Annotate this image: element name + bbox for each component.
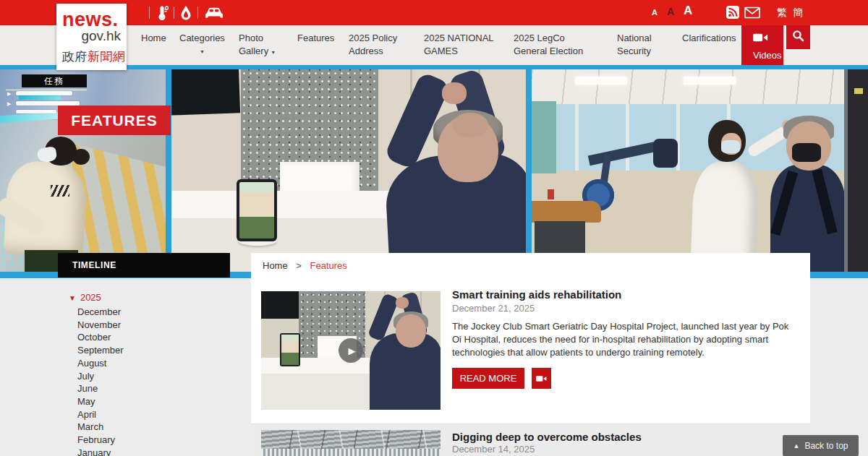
site-logo[interactable]: news. gov.hk 政府新聞網 bbox=[56, 4, 127, 70]
chevron-down-icon: ▼ bbox=[179, 46, 225, 59]
page-title: FEATURES bbox=[58, 106, 171, 135]
nav-label: 2025 LegCo General Election bbox=[514, 33, 583, 56]
thermometer-icon[interactable] bbox=[154, 5, 170, 21]
breadcrumb: Home > Features bbox=[263, 260, 347, 271]
timeline-month-list: December November October September Augu… bbox=[58, 306, 230, 456]
timeline-month-january[interactable]: January bbox=[58, 447, 230, 456]
nav-label: Clarifications bbox=[682, 33, 736, 43]
article-title[interactable]: Smart training aids rehabilitation bbox=[452, 288, 621, 301]
font-size-small-button[interactable]: A bbox=[652, 8, 658, 17]
article-thumbnail[interactable] bbox=[261, 430, 441, 456]
nav-label: Home bbox=[141, 33, 166, 43]
nav-item-videos[interactable]: Videos bbox=[741, 25, 783, 65]
article-row: Digging deep to overcome obstacles Decem… bbox=[251, 424, 810, 456]
timeline-header: TIMELINE bbox=[58, 253, 230, 278]
hero-photo-simulation: 任務 ▶ ▶ bbox=[0, 69, 166, 272]
timeline-month-march[interactable]: March bbox=[58, 421, 230, 434]
search-icon bbox=[792, 30, 804, 45]
nav-label: Features bbox=[297, 33, 334, 43]
article-date: December 21, 2025 bbox=[452, 303, 535, 314]
nav-item-photo-gallery[interactable]: Photo Gallery▼ bbox=[239, 32, 284, 59]
droplet-icon[interactable] bbox=[179, 5, 193, 21]
timeline-month-july[interactable]: July bbox=[58, 370, 230, 383]
timeline-year-2025[interactable]: ▼2025 bbox=[69, 292, 230, 303]
lang-traditional-link[interactable]: 繁 bbox=[777, 7, 787, 20]
timeline-month-september[interactable]: September bbox=[58, 344, 230, 357]
search-button[interactable] bbox=[786, 25, 810, 49]
back-to-top-button[interactable]: ▲ Back to top bbox=[783, 435, 859, 456]
timeline-sidebar: ▼2025 December November October Septembe… bbox=[58, 286, 230, 456]
timeline-month-august[interactable]: August bbox=[58, 357, 230, 370]
hero-banner: 任務 ▶ ▶ FEATURES bbox=[0, 65, 868, 278]
timeline-header-label: TIMELINE bbox=[72, 260, 116, 270]
photo-overlay-label: 任務 bbox=[22, 74, 87, 87]
timeline-month-april[interactable]: April bbox=[58, 408, 230, 421]
article-thumbnail-video[interactable]: ▶ bbox=[261, 291, 441, 410]
back-to-top-label: Back to top bbox=[804, 441, 848, 451]
video-camera-icon bbox=[753, 33, 768, 45]
nav-item-clarifications[interactable]: Clarifications bbox=[682, 32, 736, 45]
triangle-down-icon: ▼ bbox=[69, 294, 76, 302]
lang-simplified-link[interactable]: 簡 bbox=[793, 7, 803, 20]
video-camera-icon bbox=[536, 372, 547, 385]
chevron-down-icon: ▼ bbox=[271, 50, 276, 55]
timeline-month-february[interactable]: February bbox=[58, 434, 230, 447]
article-title[interactable]: Digging deep to overcome obstacles bbox=[452, 431, 642, 443]
article-video-button[interactable] bbox=[532, 368, 551, 389]
nav-item-national-games[interactable]: 2025 NATIONAL GAMES bbox=[424, 32, 496, 58]
font-size-medium-button[interactable]: A bbox=[667, 6, 674, 17]
nav-label: 2025 Policy Address bbox=[349, 33, 397, 56]
car-icon[interactable] bbox=[203, 5, 225, 21]
logo-news-text: news. bbox=[62, 11, 121, 28]
nav-item-national-security[interactable]: National Security bbox=[617, 32, 658, 58]
nav-item-policy-address[interactable]: 2025 Policy Address bbox=[349, 32, 401, 58]
divider bbox=[149, 7, 150, 19]
divider bbox=[174, 7, 174, 19]
read-more-button[interactable]: READ MORE bbox=[452, 368, 524, 389]
triangle-up-icon: ▲ bbox=[793, 442, 800, 449]
timeline-month-december[interactable]: December bbox=[58, 306, 230, 319]
top-utility-bar: A A A 繁 簡 bbox=[0, 0, 868, 25]
font-size-large-button[interactable]: A bbox=[684, 4, 692, 18]
hero-photo-gym bbox=[532, 69, 868, 272]
timeline-month-june[interactable]: June bbox=[58, 382, 230, 395]
nav-label: 2025 NATIONAL GAMES bbox=[424, 33, 493, 56]
article-date: December 14, 2025 bbox=[452, 444, 535, 455]
breadcrumb-separator: > bbox=[296, 260, 302, 271]
nav-item-features[interactable]: Features bbox=[297, 32, 334, 45]
logo-chinese-text: 政府新聞網 bbox=[62, 48, 121, 65]
play-icon[interactable]: ▶ bbox=[339, 338, 363, 363]
main-content-panel: Home > Features ▶ Smart training aids re… bbox=[251, 253, 810, 456]
nav-item-home[interactable]: Home bbox=[141, 32, 166, 45]
breadcrumb-home-link[interactable]: Home bbox=[263, 260, 288, 271]
nav-label: Photo Gallery bbox=[239, 33, 268, 56]
mail-icon[interactable] bbox=[744, 7, 760, 19]
timeline-month-october[interactable]: October bbox=[58, 331, 230, 344]
timeline-month-november[interactable]: November bbox=[58, 319, 230, 332]
article-excerpt: The Jockey Club Smart Geriatric Day Hosp… bbox=[452, 320, 798, 359]
nav-label: Categories bbox=[179, 33, 225, 43]
hero-photo-rehab-training bbox=[171, 69, 526, 272]
nav-item-categories[interactable]: Categories ▼ bbox=[179, 32, 225, 59]
nav-label: National Security bbox=[617, 33, 652, 56]
divider bbox=[197, 7, 198, 19]
timeline-year-label: 2025 bbox=[80, 292, 101, 303]
breadcrumb-current: Features bbox=[310, 260, 347, 271]
nav-item-legco-election[interactable]: 2025 LegCo General Election bbox=[514, 32, 600, 58]
rss-icon[interactable] bbox=[726, 6, 739, 19]
timeline-month-may[interactable]: May bbox=[58, 395, 230, 408]
videos-label: Videos bbox=[753, 50, 783, 61]
main-navigation: Home Categories ▼ Photo Gallery▼ Feature… bbox=[0, 25, 868, 65]
logo-govhk-text: gov.hk bbox=[62, 28, 121, 44]
